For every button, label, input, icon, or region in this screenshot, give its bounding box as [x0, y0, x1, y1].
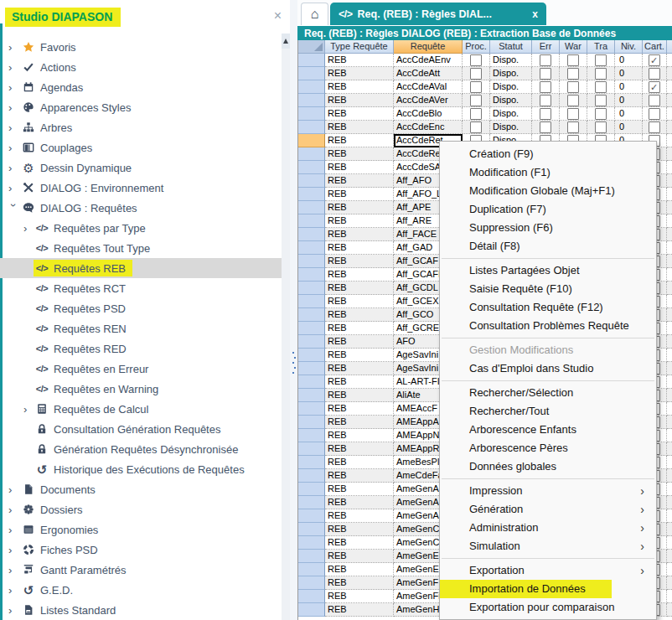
chevron-right-icon[interactable]: › — [8, 82, 20, 93]
menu-item-simulation[interactable]: Simulation› — [440, 537, 656, 555]
chevron-right-icon[interactable]: › — [8, 484, 20, 495]
proc-cell[interactable] — [463, 80, 490, 94]
sidebar-item-apparences-styles[interactable]: ›Apparences Styles — [0, 97, 282, 117]
type-requete-cell[interactable]: REB — [325, 308, 394, 322]
select-all-corner[interactable] — [298, 40, 325, 54]
chevron-right-icon[interactable]: › — [8, 102, 20, 113]
column-header-niv[interactable]: Niv. — [615, 40, 643, 54]
chevron-right-icon[interactable]: › — [8, 163, 20, 173]
row-header[interactable] — [298, 335, 325, 349]
sidebar-item-dialog-requ-tes[interactable]: ›DIALOG : Requêtes — [0, 198, 282, 218]
checkbox-unchecked[interactable] — [540, 68, 551, 80]
column-header-statut[interactable]: Statut — [490, 40, 532, 54]
checkbox-unchecked[interactable] — [595, 95, 607, 106]
type-requete-cell[interactable]: REB — [325, 402, 394, 416]
type-requete-cell[interactable]: REB — [325, 174, 394, 188]
checkbox-unchecked[interactable] — [595, 108, 607, 120]
sidebar-item-ergonomies[interactable]: ›Ergonomies — [0, 519, 282, 540]
requete-cell[interactable]: AccCdeAEnv — [394, 54, 463, 67]
menu-item-consultation-requ-te-f12[interactable]: Consultation Requête (F12) — [440, 298, 656, 317]
type-requete-cell[interactable]: REB — [325, 201, 394, 214]
proc-cell[interactable] — [463, 121, 490, 134]
type-requete-cell[interactable]: REB — [325, 523, 394, 536]
sidebar-item-requ-tes-par-type[interactable]: ›</>Requêtes par Type — [0, 218, 282, 238]
chevron-right-icon[interactable]: › — [8, 545, 20, 555]
type-requete-cell[interactable]: REB — [325, 509, 394, 523]
cart-cell[interactable] — [643, 107, 667, 121]
row-header[interactable] — [298, 509, 325, 523]
type-requete-cell[interactable]: REB — [325, 349, 394, 362]
statut-cell[interactable]: Dispo. — [490, 121, 532, 134]
sidebar-item-couplages[interactable]: ›Couplages — [0, 137, 282, 158]
niv-cell[interactable]: 0 — [615, 54, 643, 67]
type-requete-cell[interactable]: REB — [325, 107, 394, 121]
sidebar-item-requ-tes-rct[interactable]: </>Requêtes RCT — [0, 278, 282, 298]
row-header[interactable] — [298, 536, 325, 550]
menu-item-exportation[interactable]: Exportation› — [440, 561, 656, 580]
type-requete-cell[interactable]: REB — [325, 496, 394, 509]
type-requete-cell[interactable]: REB — [325, 228, 394, 241]
niv-cell[interactable]: 0 — [615, 107, 643, 121]
row-header[interactable] — [298, 349, 325, 362]
menu-item-rechercher-tout[interactable]: Rechercher/Tout — [440, 402, 656, 421]
requete-cell[interactable]: AccCdeBlo — [394, 107, 463, 121]
sidebar-item-g-e-d[interactable]: ›↺G.E.D. — [0, 580, 282, 600]
checkbox-unchecked[interactable] — [567, 108, 579, 120]
checkbox-unchecked[interactable] — [540, 81, 551, 93]
type-requete-cell[interactable]: REB — [325, 456, 394, 469]
tra-cell[interactable] — [587, 80, 615, 94]
sidebar-item-requ-tes-de-calcul[interactable]: ›Requêtes de Calcul — [0, 399, 282, 419]
tab-req-reb[interactable]: </> Req. (REB) : Règles DIAL... x — [330, 3, 546, 25]
row-header[interactable] — [298, 161, 325, 174]
menu-item-impression[interactable]: Impression› — [440, 482, 656, 500]
row-header[interactable] — [298, 54, 325, 67]
row-header[interactable] — [298, 228, 325, 241]
row-header[interactable] — [298, 362, 325, 375]
row-header[interactable] — [298, 322, 325, 335]
row-header[interactable] — [298, 375, 325, 389]
type-requete-cell[interactable]: REB — [325, 54, 394, 67]
chevron-right-icon[interactable]: › — [8, 585, 20, 596]
column-header-proc[interactable]: Proc. — [463, 40, 490, 54]
chevron-right-icon[interactable]: › — [8, 504, 20, 515]
menu-item-suppression-f6[interactable]: Suppression (F6) — [440, 219, 656, 237]
row-header[interactable] — [298, 268, 325, 282]
sidebar-item-requ-tes-psd[interactable]: </>Requêtes PSD — [0, 298, 282, 318]
sidebar-item-listes-standard[interactable]: ›Listes Standard — [0, 600, 282, 620]
row-header[interactable] — [298, 590, 325, 603]
type-requete-cell[interactable]: REB — [325, 416, 394, 429]
row-header[interactable] — [298, 469, 325, 483]
row-header[interactable] — [298, 80, 325, 94]
checkbox-unchecked[interactable] — [595, 68, 607, 80]
menu-item-modification-globale-maj-f1[interactable]: Modification Globale (Maj+F1) — [440, 182, 656, 200]
row-header[interactable] — [298, 416, 325, 429]
checkbox-unchecked[interactable] — [470, 81, 482, 93]
menu-item-importation-de-donn-es[interactable]: Importation de Données — [440, 580, 656, 598]
statut-cell[interactable]: Dispo. — [490, 80, 532, 94]
requete-cell[interactable]: AccCdeAtt — [394, 67, 463, 80]
cart-cell[interactable] — [643, 94, 667, 107]
sidebar-item-arbres[interactable]: ›Arbres — [0, 117, 282, 137]
type-requete-cell[interactable]: REB — [325, 563, 394, 576]
war-cell[interactable] — [560, 107, 587, 121]
cart-cell[interactable] — [643, 67, 667, 80]
type-requete-cell[interactable]: REB — [325, 322, 394, 335]
tab-home[interactable]: ⌂ — [301, 3, 328, 25]
scrollbar-thumb[interactable] — [282, 49, 290, 620]
proc-cell[interactable] — [463, 67, 490, 80]
err-cell[interactable] — [532, 54, 560, 67]
row-header[interactable] — [298, 174, 325, 188]
menu-item-modification-f1[interactable]: Modification (F1) — [440, 163, 656, 182]
menu-item-arborescence-p-res[interactable]: Arborescence Pères — [440, 439, 656, 457]
type-requete-cell[interactable]: REB — [325, 295, 394, 308]
type-requete-cell[interactable]: REB — [325, 241, 394, 255]
menu-item-exportation-pour-comparaison[interactable]: Exportation pour comparaison — [440, 598, 656, 617]
menu-item-administration[interactable]: Administration› — [440, 519, 656, 537]
checkbox-unchecked[interactable] — [567, 95, 579, 106]
row-header[interactable] — [298, 496, 325, 509]
tra-cell[interactable] — [587, 54, 615, 67]
type-requete-cell[interactable]: REB — [325, 80, 394, 94]
menu-item-donn-es-globales[interactable]: Données globales — [440, 457, 656, 476]
menu-item-consultation-probl-mes-requ-te[interactable]: Consultation Problèmes Requête — [440, 317, 656, 335]
checkbox-unchecked[interactable] — [540, 121, 551, 133]
